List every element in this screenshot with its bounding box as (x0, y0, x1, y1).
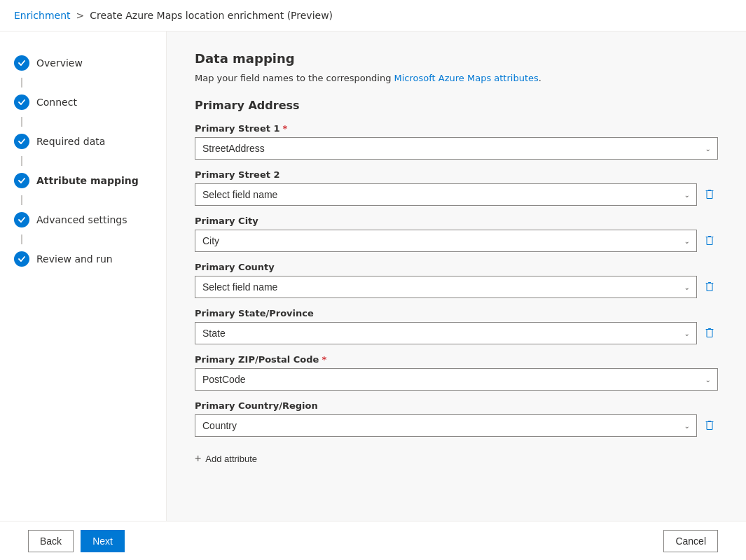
required-star-zip: * (322, 354, 326, 365)
sidebar-connector-5 (21, 234, 22, 244)
label-primary-country: Primary Country/Region (195, 400, 718, 411)
select-wrapper-city: City Select field name ⌄ (195, 230, 697, 252)
field-primary-county: Primary County Select field name County … (195, 262, 718, 298)
sidebar-item-overview[interactable]: Overview (0, 48, 166, 78)
sidebar-connector-4 (21, 195, 22, 205)
top-bar: Enrichment > Create Azure Maps location … (0, 0, 746, 31)
select-wrapper-state: State Select field name ⌄ (195, 322, 697, 344)
select-primary-zip[interactable]: PostCode Select field name (195, 368, 718, 391)
back-button[interactable]: Back (28, 530, 74, 552)
breadcrumb-parent[interactable]: Enrichment (14, 10, 71, 21)
label-primary-city: Primary City (195, 216, 718, 226)
add-attribute-button[interactable]: + Add attribute (195, 447, 257, 470)
sidebar-label-connect: Connect (36, 97, 77, 108)
field-primary-city: Primary City City Select field name ⌄ (195, 216, 718, 252)
select-wrapper-county: Select field name County ⌄ (195, 276, 697, 298)
step-circle-attribute-mapping (14, 173, 29, 188)
step-circle-overview (14, 55, 29, 71)
field-row-country: Country Select field name ⌄ (195, 414, 718, 437)
layout: Overview Connect Required data Attribute… (0, 31, 746, 557)
add-attribute-label: Add attribute (205, 454, 257, 464)
field-row-street2: Select field name StreetAddress2 ⌄ (195, 183, 718, 206)
field-row-state: State Select field name ⌄ (195, 322, 718, 344)
subtitle-suffix: . (539, 73, 541, 83)
delete-button-street2[interactable] (701, 186, 718, 203)
label-primary-state: Primary State/Province (195, 308, 718, 318)
select-wrapper-street2: Select field name StreetAddress2 ⌄ (195, 183, 697, 206)
footer: Back Next Cancel (0, 521, 746, 557)
sidebar-item-connect[interactable]: Connect (0, 88, 166, 117)
plus-icon: + (195, 452, 201, 465)
breadcrumb-separator: > (76, 10, 85, 21)
sidebar-connector-1 (21, 78, 22, 88)
sidebar-item-required-data[interactable]: Required data (0, 127, 166, 156)
sidebar-connector-3 (21, 156, 22, 166)
delete-button-country[interactable] (701, 417, 718, 434)
label-primary-county: Primary County (195, 262, 718, 272)
required-star-street1: * (283, 123, 288, 134)
step-circle-advanced-settings (14, 212, 29, 227)
delete-button-city[interactable] (701, 232, 718, 249)
label-primary-street-2: Primary Street 2 (195, 169, 718, 180)
sidebar-item-review-and-run[interactable]: Review and run (0, 244, 166, 274)
delete-button-state[interactable] (701, 325, 718, 342)
sidebar-label-advanced-settings: Advanced settings (36, 214, 127, 225)
select-wrapper-street1: StreetAddress Select field name ⌄ (195, 137, 718, 160)
step-circle-review-and-run (14, 251, 29, 267)
page-title: Data mapping (195, 51, 718, 66)
breadcrumb-current: Create Azure Maps location enrichment (P… (90, 10, 333, 21)
field-primary-street-1: Primary Street 1 * StreetAddress Select … (195, 123, 718, 160)
subtitle: Map your field names to the correspondin… (195, 73, 718, 83)
field-primary-zip: Primary ZIP/Postal Code * PostCode Selec… (195, 354, 718, 391)
select-primary-state[interactable]: State Select field name (195, 322, 697, 344)
sidebar-item-advanced-settings[interactable]: Advanced settings (0, 205, 166, 234)
main-content: Data mapping Map your field names to the… (167, 31, 746, 557)
cancel-button[interactable]: Cancel (663, 530, 718, 552)
field-primary-street-2: Primary Street 2 Select field name Stree… (195, 169, 718, 206)
sidebar-label-attribute-mapping: Attribute mapping (36, 175, 139, 186)
label-primary-zip: Primary ZIP/Postal Code * (195, 354, 718, 365)
select-wrapper-zip: PostCode Select field name ⌄ (195, 368, 718, 391)
primary-address-group-title: Primary Address (195, 99, 718, 112)
azure-maps-link[interactable]: Microsoft Azure Maps attributes (394, 73, 539, 83)
sidebar: Overview Connect Required data Attribute… (0, 31, 167, 557)
select-primary-county[interactable]: Select field name County (195, 276, 697, 298)
subtitle-prefix: Map your field names to the correspondin… (195, 73, 394, 83)
select-primary-street-2[interactable]: Select field name StreetAddress2 (195, 183, 697, 206)
footer-left-actions: Back Next (28, 530, 125, 552)
sidebar-label-overview: Overview (36, 57, 83, 69)
sidebar-item-attribute-mapping[interactable]: Attribute mapping (0, 166, 166, 195)
select-primary-country[interactable]: Country Select field name (195, 414, 697, 437)
label-primary-street-1: Primary Street 1 * (195, 123, 718, 134)
field-row-street1: StreetAddress Select field name ⌄ (195, 137, 718, 160)
field-row-county: Select field name County ⌄ (195, 276, 718, 298)
sidebar-label-required-data: Required data (36, 136, 105, 147)
delete-button-county[interactable] (701, 279, 718, 295)
next-button[interactable]: Next (81, 530, 125, 552)
select-primary-street-1[interactable]: StreetAddress Select field name (195, 137, 718, 160)
field-primary-state: Primary State/Province State Select fiel… (195, 308, 718, 344)
step-circle-connect (14, 94, 29, 110)
field-row-zip: PostCode Select field name ⌄ (195, 368, 718, 391)
footer-spacer (195, 470, 718, 512)
select-primary-city[interactable]: City Select field name (195, 230, 697, 252)
field-row-city: City Select field name ⌄ (195, 230, 718, 252)
field-primary-country: Primary Country/Region Country Select fi… (195, 400, 718, 437)
select-wrapper-country: Country Select field name ⌄ (195, 414, 697, 437)
step-circle-required-data (14, 134, 29, 149)
sidebar-connector-2 (21, 117, 22, 127)
sidebar-label-review-and-run: Review and run (36, 253, 113, 265)
